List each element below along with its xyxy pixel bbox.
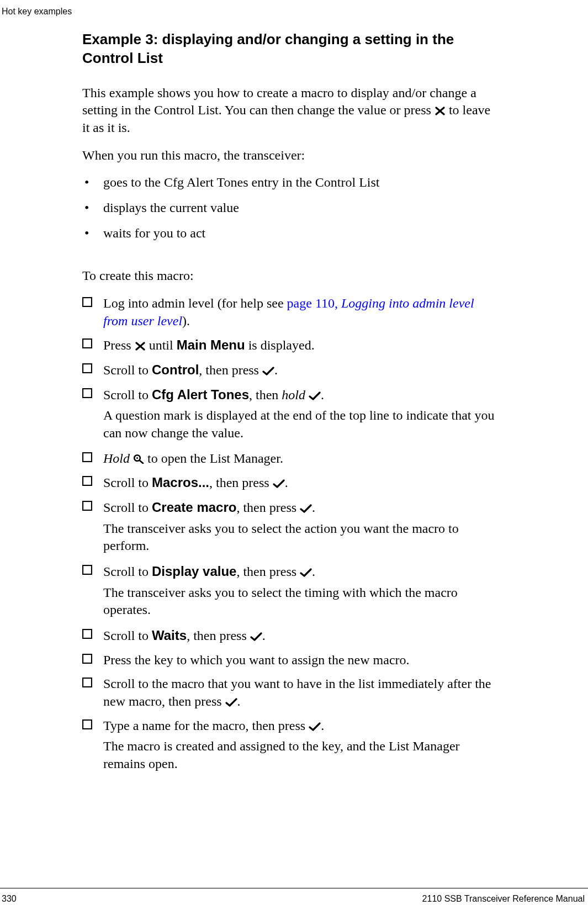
checkbox-icon — [82, 297, 92, 307]
text: . — [312, 500, 315, 515]
text: , then press — [236, 564, 300, 579]
svg-rect-7 — [83, 477, 92, 485]
page-number: 330 — [2, 893, 17, 904]
check-icon — [250, 632, 262, 641]
step-item: Scroll to the macro that you want to hav… — [82, 675, 500, 710]
x-icon — [135, 342, 146, 351]
check-icon — [300, 504, 312, 513]
text: This example shows you how to create a m… — [82, 86, 476, 118]
text: Scroll to — [103, 388, 152, 402]
checkbox-icon — [82, 452, 92, 462]
list-item: goes to the Cfg Alert Tones entry in the… — [82, 174, 500, 192]
checkbox-icon — [82, 338, 92, 348]
text: Log into admin level (for help see — [103, 296, 287, 310]
svg-rect-0 — [83, 298, 92, 306]
svg-rect-8 — [83, 501, 92, 510]
lead-paragraph: To create this macro: — [82, 267, 500, 285]
svg-rect-11 — [83, 654, 92, 663]
x-icon — [435, 107, 446, 115]
list-item: displays the current value — [82, 199, 500, 217]
list-item: waits for you to act — [82, 225, 500, 242]
page-content: Example 3: displaying and/or changing a … — [82, 30, 500, 781]
menu-name: Create macro — [152, 500, 236, 515]
text: Scroll to — [103, 500, 152, 515]
bullet-list: goes to the Cfg Alert Tones entry in the… — [82, 174, 500, 242]
check-icon — [309, 391, 321, 400]
step-item: Press until Main Menu is displayed. — [82, 336, 500, 354]
step-item: Log into admin level (for help see page … — [82, 295, 500, 330]
text: Scroll to the macro that you want to hav… — [103, 676, 491, 708]
find-icon — [133, 454, 144, 464]
text: Scroll to — [103, 363, 152, 377]
menu-name: Control — [152, 362, 199, 377]
check-icon — [225, 698, 237, 707]
text: Press — [103, 338, 135, 352]
text-italic: Hold — [103, 451, 130, 465]
svg-rect-13 — [83, 720, 92, 729]
menu-name: Main Menu — [177, 337, 245, 352]
step-item: Scroll to Cfg Alert Tones, then hold . A… — [82, 386, 500, 442]
text: . — [321, 388, 324, 402]
checkbox-icon — [82, 501, 92, 511]
menu-name: Cfg Alert Tones — [152, 387, 249, 402]
text: , then press — [236, 500, 300, 515]
text: . — [285, 475, 288, 490]
checkbox-icon — [82, 719, 92, 729]
check-icon — [262, 367, 274, 375]
checkbox-icon — [82, 678, 92, 687]
step-item: Scroll to Macros..., then press . — [82, 474, 500, 492]
step-item: Scroll to Control, then press . — [82, 361, 500, 379]
section-title: Example 3: displaying and/or changing a … — [82, 30, 500, 68]
check-icon — [273, 479, 285, 488]
text: , then press — [209, 475, 273, 490]
svg-point-6 — [136, 457, 138, 459]
page-footer: 330 2110 SSB Transceiver Reference Manua… — [0, 888, 588, 892]
text: . — [312, 564, 315, 579]
text: Type a name for the macro, then press — [103, 718, 309, 733]
svg-rect-9 — [83, 565, 92, 574]
document-title: 2110 SSB Transceiver Reference Manual — [422, 893, 585, 904]
text: Scroll to — [103, 475, 152, 490]
checkbox-icon — [82, 565, 92, 575]
checkbox-icon — [82, 363, 92, 373]
text: , then — [249, 388, 282, 402]
svg-rect-1 — [83, 339, 92, 348]
text: ). — [182, 314, 190, 328]
svg-rect-2 — [83, 364, 92, 373]
page: Hot key examples Example 3: displaying a… — [0, 0, 588, 905]
step-item: Scroll to Waits, then press . — [82, 627, 500, 645]
text: . — [262, 628, 266, 643]
text: is displayed. — [245, 338, 315, 352]
checkbox-icon — [82, 629, 92, 639]
intro-paragraph-2: When you run this macro, the transceiver… — [82, 147, 500, 165]
text: Press the key to which you want to assig… — [103, 653, 410, 667]
page-link[interactable]: page 110, — [287, 296, 341, 310]
svg-rect-3 — [83, 389, 92, 398]
menu-name: Macros... — [152, 475, 209, 490]
step-item: Hold to open the List Manager. — [82, 450, 500, 468]
text: to open the List Manager. — [144, 451, 283, 465]
step-item: Scroll to Create macro, then press . The… — [82, 499, 500, 555]
step-subtext: The transceiver asks you to select the a… — [103, 520, 500, 555]
text: , then press — [187, 628, 250, 643]
text: . — [274, 363, 278, 377]
checkbox-icon — [82, 388, 92, 398]
checklist: Log into admin level (for help see page … — [82, 295, 500, 773]
text: . — [321, 718, 324, 733]
step-subtext: The transceiver asks you to select the t… — [103, 584, 500, 619]
text: until — [146, 338, 177, 352]
check-icon — [300, 568, 312, 577]
checkbox-icon — [82, 476, 92, 486]
running-header: Hot key examples — [2, 6, 72, 17]
text: Scroll to — [103, 564, 152, 579]
text-italic: hold — [282, 388, 305, 402]
menu-name: Display value — [152, 564, 236, 579]
step-item: Press the key to which you want to assig… — [82, 652, 500, 669]
menu-name: Waits — [152, 628, 187, 643]
text: , then press — [199, 363, 262, 377]
svg-rect-10 — [83, 629, 92, 638]
svg-rect-4 — [83, 453, 92, 462]
step-item: Type a name for the macro, then press . … — [82, 717, 500, 773]
svg-rect-12 — [83, 678, 92, 687]
step-subtext: A question mark is displayed at the end … — [103, 407, 500, 442]
